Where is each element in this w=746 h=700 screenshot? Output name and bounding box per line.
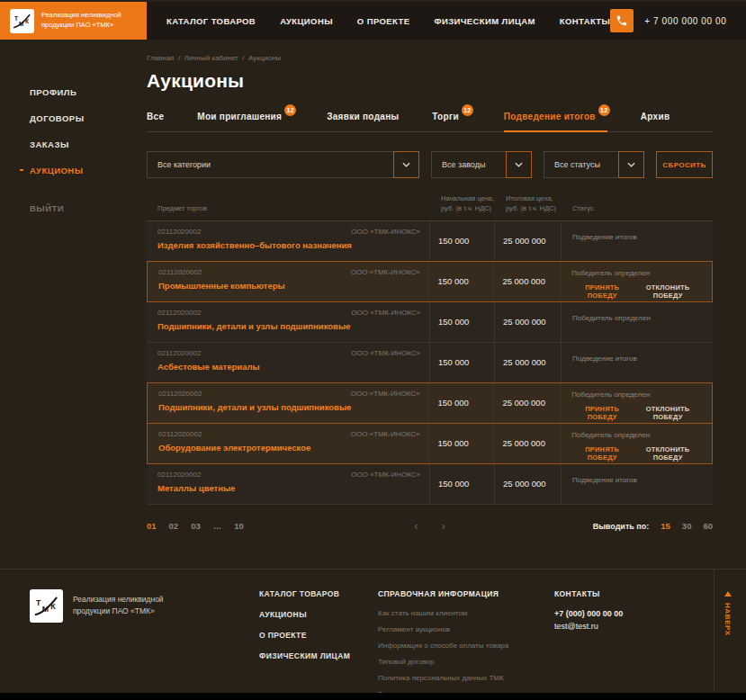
nav-about[interactable]: О ПРОЕКТЕ [357, 16, 410, 26]
footer-nav-individuals[interactable]: ФИЗИЧЕСКИМ ЛИЦАМ [259, 651, 350, 660]
breadcrumb-home[interactable]: Главная [147, 54, 174, 62]
tab-invitations[interactable]: Мои приглашения 12 [197, 108, 293, 131]
per-page-15[interactable]: 15 [661, 521, 670, 531]
main-nav: КАТАЛОГ ТОВАРОВ АУКЦИОНЫ О ПРОЕКТЕ ФИЗИЧ… [166, 16, 610, 26]
per-page-selector: Выводить по: 15 30 60 [593, 521, 713, 531]
prev-page-icon[interactable]: ‹ [414, 520, 418, 532]
start-price-cell: 150 000 [430, 302, 495, 342]
tab-results[interactable]: Подведение итогов 12 [504, 108, 607, 132]
lot-company: ООО «ТМК-ИНОКС» [351, 390, 420, 398]
scroll-to-top-button[interactable]: НАВЕРХ [724, 591, 732, 636]
nav-individuals[interactable]: ФИЗИЧЕСКИМ ЛИЦАМ [434, 16, 535, 26]
header-phone-number[interactable]: + 7 000 000 00 00 [644, 16, 726, 26]
lot-title-link[interactable]: Подшипники, детали и узлы подшипниковые [157, 321, 420, 331]
page-1[interactable]: 01 [147, 521, 157, 531]
lot-company: ООО «ТМК-ИНОКС» [351, 349, 420, 357]
category-select-value: Все категории [148, 160, 393, 169]
phone-button[interactable] [610, 9, 634, 32]
accept-win-button[interactable]: ПРИНЯТЬ ПОБЕДУ [571, 445, 633, 462]
footer-nav-about[interactable]: О ПРОЕКТЕ [259, 631, 350, 640]
footer-link-personal-data-policy[interactable]: Политика персональных данных ТМК [378, 674, 508, 682]
lot-company: ООО «ТМК-ИНОКС» [351, 309, 420, 317]
lot-title-link[interactable]: Оборудование электротермическое [158, 443, 419, 453]
decline-win-button[interactable]: ОТКЛОНИТЬ ПОБЕДУ [633, 405, 703, 421]
brand-tagline: Реализация неликвидной продукции ПАО «ТМ… [41, 11, 121, 31]
start-price-cell: 150 000 [430, 343, 495, 382]
final-price-cell: 25 000 000 [495, 343, 562, 382]
table-body: 02112020002ООО «ТМК-ИНОКС» Изделия хозяй… [147, 220, 713, 505]
footer-phone[interactable]: +7 (000) 000 00 00 [554, 609, 623, 618]
lot-code: 02112020002 [157, 349, 201, 357]
decline-win-button[interactable]: ОТКЛОНИТЬ ПОБЕДУ [633, 445, 703, 462]
chevron-down-icon [618, 151, 644, 178]
accept-win-button[interactable]: ПРИНЯТЬ ПОБЕДУ [571, 283, 633, 300]
footer-nav-catalog[interactable]: КАТАЛОГ ТОВАРОВ [259, 589, 350, 598]
footer-vertical-divider [714, 570, 715, 694]
lot-company: ООО «ТМК-ИНОКС» [351, 228, 420, 236]
start-price-cell: 150 000 [429, 383, 494, 423]
footer-contacts-heading: КОНТАКТЫ [554, 589, 623, 598]
page-10[interactable]: 10 [234, 521, 244, 531]
nav-catalog[interactable]: КАТАЛОГ ТОВАРОВ [166, 16, 256, 26]
pagination: 01 02 03 … 10 ‹ › Выводить по: 15 30 60 [147, 519, 713, 534]
per-page-60[interactable]: 60 [703, 521, 713, 531]
footer-nav-auctions[interactable]: АУКЦИОНЫ [259, 610, 350, 619]
tab-all[interactable]: Все [147, 108, 164, 131]
sidebar-logout[interactable]: ВЫЙТИ [0, 195, 147, 221]
auctions-table: Предмет торгов Начальная цена, руб. (в т… [147, 191, 713, 505]
status-cell: Подведение итогов [562, 343, 713, 382]
page-2[interactable]: 02 [169, 521, 179, 531]
footer-link-auction-rules[interactable]: Регламент аукционов [378, 625, 508, 633]
footer-email[interactable]: test@test.ru [554, 622, 623, 631]
chevron-down-icon [393, 151, 419, 178]
sidebar-item-auctions[interactable]: АУКЦИОНЫ [0, 157, 147, 184]
nav-auctions[interactable]: АУКЦИОНЫ [280, 16, 333, 26]
lot-cell: 02112020002ООО «ТМК-ИНОКС» Подшипники, д… [148, 383, 429, 423]
lot-title-link[interactable]: Промышленные компьютеры [158, 281, 419, 291]
status-cell: Победитель определен ПРИНЯТЬ ПОБЕДУ ОТКЛ… [561, 424, 712, 463]
next-page-icon[interactable]: › [442, 520, 445, 532]
status-badge: Подведение итогов [572, 476, 637, 484]
reset-filters-button[interactable]: СБРОСИТЬ [656, 151, 713, 178]
nav-contacts[interactable]: КОНТАКТЫ [560, 16, 610, 26]
bottom-black-bar [0, 693, 746, 700]
footer-link-become-client[interactable]: Как стать нашим клиентом [378, 609, 508, 617]
tab-bids-submitted[interactable]: Заявки поданы [327, 108, 399, 131]
sidebar-item-contracts[interactable]: ДОГОВОРЫ [0, 105, 147, 131]
factory-select-value: Все заводы [432, 160, 506, 169]
per-page-30[interactable]: 30 [682, 521, 692, 531]
col-header-subject: Предмет торгов [147, 191, 430, 220]
footer-link-contract-template[interactable]: Типовой договор [378, 658, 508, 666]
footer-link-payment-info[interactable]: Информация о способе оплаты товара [378, 642, 508, 650]
final-price-cell: 25 000 000 [495, 464, 562, 504]
breadcrumb-cabinet[interactable]: Личный кабинет [184, 54, 238, 62]
start-price-cell: 150 000 [429, 424, 494, 463]
decline-win-button[interactable]: ОТКЛОНИТЬ ПОБЕДУ [633, 283, 703, 300]
account-sidebar: ПРОФИЛЬ ДОГОВОРЫ ЗАКАЗЫ АУКЦИОНЫ ВЫЙТИ [0, 40, 147, 221]
lot-code: 02112020002 [157, 228, 201, 236]
lot-title-link[interactable]: Асбестовые материалы [157, 362, 420, 372]
accept-win-button[interactable]: ПРИНЯТЬ ПОБЕДУ [571, 405, 633, 421]
svg-text:К: К [25, 18, 29, 24]
tab-archive[interactable]: Архив [641, 108, 670, 131]
lot-title-link[interactable]: Подшипники, детали и узлы подшипниковые [158, 402, 419, 412]
brand-logo-block[interactable]: Т М К Реализация неликвидной продукции П… [0, 2, 147, 40]
lot-title-link[interactable]: Металлы цветные [157, 483, 420, 493]
lot-title-link[interactable]: Изделия хозяйственно–бытового назначения [157, 240, 420, 250]
tab-trades[interactable]: Торги 12 [432, 108, 471, 131]
category-select[interactable]: Все категории [147, 151, 419, 178]
sidebar-item-profile[interactable]: ПРОФИЛЬ [0, 79, 147, 105]
auction-tabs: Все Мои приглашения 12 Заявки поданы Тор… [147, 108, 713, 132]
page-3[interactable]: 03 [191, 521, 201, 531]
lot-code: 02112020002 [158, 430, 202, 438]
status-badge: Победитель определен [571, 390, 705, 399]
factory-select[interactable]: Все заводы [431, 151, 532, 178]
status-select[interactable]: Все статусы [544, 151, 644, 178]
svg-text:М: М [42, 605, 49, 614]
footer-contacts-column: КОНТАКТЫ +7 (000) 000 00 00 test@test.ru [554, 589, 623, 631]
header-right-cluster: + 7 000 000 00 00 4 ЛИЧНЫЙ КАБИНЕТ [610, 9, 746, 32]
page-title: Аукционы [147, 70, 713, 92]
col-header-final-price: Итоговая цена, руб. (в т.ч. НДС) [495, 191, 562, 220]
footer-brand: Т М К Реализация неликвидной продукции П… [30, 589, 164, 623]
sidebar-item-orders[interactable]: ЗАКАЗЫ [0, 131, 147, 157]
